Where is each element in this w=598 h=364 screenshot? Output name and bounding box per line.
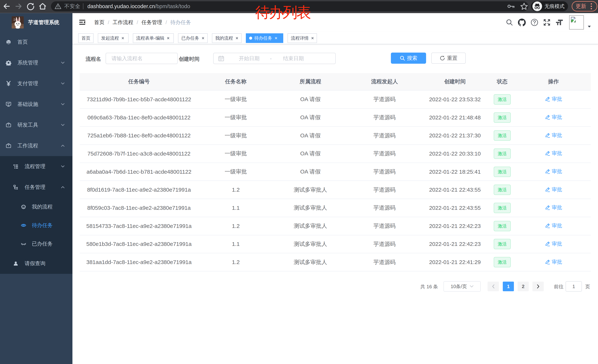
page-button-1[interactable]: 1 [503,282,514,291]
approve-link[interactable]: 审批 [545,222,562,229]
breadcrumb-item[interactable]: 工作流程 [113,19,133,26]
cell-task-id: 069c6a63-7b8a-11ec-8ef0-acde48001122 [80,108,198,127]
status-badge: 激活 [494,185,511,195]
close-icon[interactable] [274,36,278,40]
bookmark-star-icon[interactable] [520,2,529,11]
cell-time: 2022-01-22 20:33:10 [422,145,488,163]
cell-status: 激活 [488,90,516,108]
close-icon[interactable] [121,36,125,40]
reset-button[interactable]: 重置 [431,53,466,64]
dashboard-icon [6,39,11,45]
sidebar-item-task-mgmt[interactable]: 任务管理 [0,177,72,198]
kebab-menu-icon[interactable] [590,2,593,10]
cell-starter: 芋道源码 [348,126,422,145]
star-icon [520,2,529,11]
close-icon [201,36,205,40]
fullscreen-icon[interactable] [540,13,553,32]
browser-back-button[interactable] [2,2,11,11]
start-date-input[interactable]: 开始日期 [229,55,270,62]
pagination: 共 16 条 10条/页 1 2 前往 1 页 [72,281,598,292]
cell-action: 审批 [516,181,591,199]
process-name-input[interactable]: 请输入流程名 [106,53,178,64]
cell-task-id: 73211d9d-7b9b-11ec-b5b7-acde48001122 [80,90,198,108]
close-icon[interactable] [201,36,205,40]
sidebar-item-leave-query[interactable]: 请假查询 [0,253,72,274]
cell-time: 2022-01-22 23:53:32 [422,90,488,108]
tag-item[interactable]: 流程详情 [288,33,317,43]
sidebar-item-label: 我的流程 [32,203,53,210]
tree-list-icon [13,164,18,169]
tag-label: 发起流程 [101,35,119,41]
status-badge-label: 激活 [498,241,507,247]
approve-link[interactable]: 审批 [545,168,562,175]
breadcrumb-item[interactable]: 任务管理 [141,19,162,26]
security-label[interactable]: 不安全 [64,3,80,10]
cell-action: 审批 [516,235,591,253]
tag-item[interactable]: 待办任务 [246,33,283,43]
browser-home-button[interactable] [38,2,47,11]
help-icon[interactable] [528,13,541,32]
tag-item[interactable]: 我的流程 [212,33,241,43]
search-button[interactable]: 搜索 [391,53,426,64]
sidebar-item-home[interactable]: 首页 [0,32,72,52]
tag-item[interactable]: 发起流程 [98,33,129,43]
text-size-icon [555,18,564,26]
status-badge-label: 激活 [498,259,507,265]
cell-task-name: 一级审批 [198,108,273,127]
tag-item[interactable]: 已办任务 [178,33,208,43]
next-page-button[interactable] [532,282,544,291]
caret-down-icon[interactable] [588,25,591,28]
page-size-select[interactable]: 10条/页 [443,281,481,291]
sidebar-item-payment[interactable]: 支付管理 [0,73,72,94]
tag-label: 流程表单-编辑 [136,35,164,41]
close-icon[interactable] [166,36,170,40]
approve-link[interactable]: 审批 [545,204,562,211]
approve-link[interactable]: 审批 [545,150,562,157]
search-icon[interactable] [503,13,516,32]
approve-link[interactable]: 审批 [545,240,562,247]
chevron-down-icon [61,165,65,168]
browser-update-button[interactable]: 更新 [572,1,597,11]
approve-link[interactable]: 审批 [545,96,562,103]
hamburger-icon[interactable] [79,19,86,25]
close-icon[interactable] [311,36,314,40]
user-avatar[interactable] [569,15,584,30]
breadcrumb-item[interactable]: 首页 [94,19,105,26]
sidebar-item-my-process[interactable]: 我的流程 [0,198,72,216]
sidebar-item-infra[interactable]: 基础设施 [0,94,72,115]
chevron-down-icon [61,82,65,85]
tag-label: 首页 [82,35,91,41]
close-icon[interactable] [235,36,239,40]
app-logo[interactable]: 芋道管理系统 [0,13,72,32]
date-range-picker[interactable]: 开始日期 - 结束日期 [213,53,336,64]
briefcase-icon [6,122,11,128]
end-date-input[interactable]: 结束日期 [272,55,315,62]
approve-link[interactable]: 审批 [545,114,562,121]
sidebar-item-devtools[interactable]: 研发工具 [0,115,72,135]
sidebar-item-todo-tasks[interactable]: 待办任务 [0,216,72,235]
sidebar-item-system[interactable]: 系统管理 [0,52,72,73]
browser-forward-button[interactable] [14,2,23,11]
page-button-2[interactable]: 2 [518,282,529,291]
cell-process: OA 请假 [273,90,347,108]
goto-page-input[interactable]: 1 [565,281,582,291]
approve-link[interactable]: 审批 [545,186,562,193]
tag-item[interactable]: 流程表单-编辑 [133,33,174,43]
text-size-icon[interactable] [553,13,566,32]
approve-link[interactable]: 审批 [545,132,562,139]
tag-item[interactable]: 首页 [78,33,93,43]
omnibox-separator [83,3,83,9]
sidebar-item-process-mgmt[interactable]: 流程管理 [0,156,72,177]
key-icon[interactable] [507,2,515,10]
status-badge: 激活 [494,130,511,141]
cell-task-id: 58154733-7ac8-11ec-a9e2-a2380e71991a [80,217,198,235]
github-icon[interactable] [515,13,528,32]
cell-task-id: 8f059c03-7ac8-11ec-a9e2-a2380e71991a [80,199,198,217]
sidebar-item-workflow[interactable]: 工作流程 [0,135,72,156]
approve-link[interactable]: 审批 [545,259,562,266]
prev-page-button[interactable] [488,282,499,291]
edit-pen-icon [545,223,550,228]
cell-time: 2022-01-22 21:48:48 [422,108,488,127]
browser-reload-button[interactable] [26,2,35,11]
sidebar-item-done-tasks[interactable]: 已办任务 [0,235,72,253]
